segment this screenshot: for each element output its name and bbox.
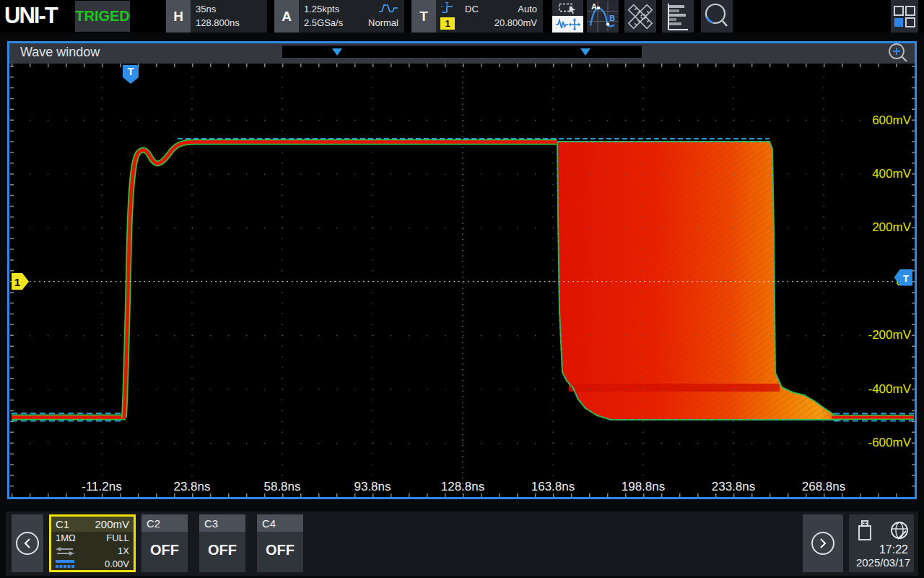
x-axis-label: 23.8ns — [160, 480, 225, 494]
x-axis-label: 58.8ns — [250, 480, 315, 494]
x-axis-label: 198.8ns — [611, 480, 676, 494]
svg-text:T: T — [445, 2, 449, 7]
trigger-level-value: 20.800mV — [494, 17, 537, 28]
waveform-move-icon — [555, 18, 581, 30]
c1-offset: 0.00V — [105, 558, 129, 571]
x-axis-label: -11.2ns — [69, 480, 134, 494]
c1-scale: 200mV — [95, 517, 129, 532]
histogram-icon — [663, 1, 692, 32]
clock-date: 2025/03/17 — [849, 556, 914, 569]
horizontal-settings-group[interactable]: H 35ns 128.800ns — [166, 0, 267, 33]
acquire-label: A — [274, 0, 299, 33]
window-layout-icon — [894, 6, 915, 27]
cursor-select-button[interactable] — [552, 0, 583, 33]
svg-text:T: T — [903, 273, 909, 284]
x-axis-label: 233.8ns — [701, 480, 766, 494]
histogram-button[interactable] — [662, 0, 694, 33]
chevron-left-icon — [22, 537, 32, 550]
timebase-scale: 35ns — [196, 4, 216, 14]
svg-text:A: A — [591, 2, 597, 11]
horizontal-label: H — [166, 0, 191, 33]
c2-name: C2 — [141, 514, 188, 532]
usb-icon — [856, 519, 873, 542]
trigger-time-marker[interactable]: T — [123, 65, 139, 84]
acquire-mode: Normal — [368, 17, 398, 28]
brand-logo: UNI-T — [4, 3, 57, 29]
top-status-bar: UNI-T TRIGED H 35ns 128.800ns A 1.25kpts… — [0, 0, 924, 33]
system-status-panel[interactable]: 17:22 2025/03/17 — [849, 514, 914, 572]
c4-state: OFF — [257, 542, 303, 558]
trigger-slope-icon: T — [440, 2, 460, 15]
dock-scroll-left-button[interactable] — [12, 514, 43, 572]
memory-depth: 1.25kpts — [304, 4, 339, 14]
channel1-position-marker[interactable]: 1 — [12, 273, 29, 290]
window-layout-button[interactable] — [891, 0, 918, 33]
x-axis-label: 93.8ns — [340, 480, 405, 494]
ab-function-button[interactable]: A B — [587, 0, 619, 33]
trigger-source-badge: 1 — [440, 17, 455, 30]
network-off-icon — [889, 520, 910, 540]
c3-name: C3 — [199, 514, 245, 532]
c1-name: C1 — [56, 518, 69, 530]
c4-name: C4 — [257, 514, 303, 532]
persistence-blob — [557, 142, 841, 420]
c1-coupling-icon — [56, 546, 74, 556]
svg-text:T: T — [128, 66, 134, 77]
channel-c3-panel[interactable]: C3 OFF — [199, 514, 245, 572]
timebase-overview-bar[interactable] — [282, 45, 642, 59]
sample-rate: 2.5GSa/s — [304, 17, 343, 28]
chevron-right-icon — [818, 537, 828, 550]
acquire-wave-icon — [378, 3, 400, 14]
x-axis-label: 128.8ns — [430, 480, 495, 494]
wave-window-title: Wave window — [20, 45, 100, 60]
channel-c4-panel[interactable]: C4 OFF — [257, 514, 303, 572]
trigger-coupling: DC — [465, 4, 479, 14]
measure-button[interactable] — [624, 0, 656, 33]
c1-probe: 1X — [118, 545, 129, 558]
overview-marker-left-icon[interactable] — [332, 48, 342, 56]
c3-state: OFF — [199, 542, 245, 558]
trigger-status-badge: TRIGED — [75, 1, 130, 32]
search-zoom-button[interactable] — [701, 0, 733, 33]
trigger-settings-group[interactable]: T T DC Auto 1 20.800mV — [411, 0, 543, 33]
wave-zoom-icon[interactable] — [886, 42, 914, 64]
channel-c1-panel[interactable]: C1 200mV 1MΩ FULL 1X 0.00V — [49, 514, 136, 572]
acquire-settings-group[interactable]: A 1.25kpts 2.5GSa/s Normal — [274, 0, 404, 33]
ab-curve-icon: A B — [588, 1, 618, 32]
clock-time: 17:22 — [849, 543, 914, 556]
selection-box-icon — [559, 3, 578, 14]
rulers-icon — [625, 1, 655, 32]
c1-bandwidth: FULL — [106, 532, 129, 545]
x-axis-label: 268.8ns — [791, 480, 856, 494]
channel-c2-panel[interactable]: C2 OFF — [141, 514, 188, 572]
dock-scroll-right-button[interactable] — [803, 514, 843, 572]
trigger-level-marker[interactable]: T — [894, 269, 913, 286]
graticule — [12, 66, 914, 497]
svg-text:1: 1 — [14, 276, 20, 288]
c1-impedance: 1MΩ — [56, 532, 76, 543]
c2-state: OFF — [141, 542, 188, 558]
svg-text:B: B — [609, 14, 615, 22]
trigger-sweep-mode: Auto — [518, 4, 537, 14]
timebase-position: 128.800ns — [196, 17, 240, 28]
c1-offset-icon — [56, 559, 74, 569]
overview-marker-right-icon[interactable] — [580, 48, 590, 56]
x-axis-label: 163.8ns — [520, 480, 585, 494]
magnifier-icon — [702, 1, 732, 32]
waveform-plot[interactable]: T 1 T — [9, 64, 915, 497]
trigger-label: T — [411, 0, 436, 33]
